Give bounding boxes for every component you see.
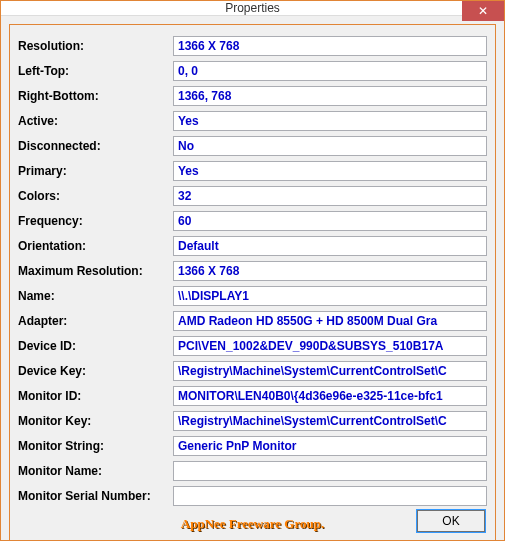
property-label: Monitor String: — [18, 439, 173, 453]
property-label: Active: — [18, 114, 173, 128]
close-icon: ✕ — [478, 4, 488, 18]
property-label: Monitor Name: — [18, 464, 173, 478]
property-value[interactable] — [173, 261, 487, 281]
property-row: Device ID: — [18, 335, 487, 357]
property-value[interactable] — [173, 161, 487, 181]
properties-panel: Resolution:Left-Top:Right-Bottom:Active:… — [9, 24, 496, 541]
property-value[interactable] — [173, 186, 487, 206]
property-label: Left-Top: — [18, 64, 173, 78]
property-value[interactable] — [173, 336, 487, 356]
property-value[interactable] — [173, 461, 487, 481]
property-row: Monitor String: — [18, 435, 487, 457]
window-title: Properties — [225, 1, 280, 15]
property-value[interactable] — [173, 411, 487, 431]
properties-list: Resolution:Left-Top:Right-Bottom:Active:… — [18, 35, 487, 510]
property-row: Orientation: — [18, 235, 487, 257]
branding-text: AppNee Freeware Group. — [181, 516, 324, 532]
property-row: Maximum Resolution: — [18, 260, 487, 282]
property-label: Monitor ID: — [18, 389, 173, 403]
property-label: Orientation: — [18, 239, 173, 253]
property-value[interactable] — [173, 286, 487, 306]
property-row: Monitor ID: — [18, 385, 487, 407]
property-row: Name: — [18, 285, 487, 307]
property-row: Monitor Serial Number: — [18, 485, 487, 507]
property-label: Monitor Serial Number: — [18, 489, 173, 503]
content-area: Resolution:Left-Top:Right-Bottom:Active:… — [1, 16, 504, 541]
property-row: Monitor Key: — [18, 410, 487, 432]
property-row: Frequency: — [18, 210, 487, 232]
ok-button[interactable]: OK — [417, 510, 485, 532]
property-row: Adapter: — [18, 310, 487, 332]
property-value[interactable] — [173, 361, 487, 381]
property-row: Resolution: — [18, 35, 487, 57]
property-value[interactable] — [173, 136, 487, 156]
property-value[interactable] — [173, 236, 487, 256]
titlebar: Properties ✕ — [1, 1, 504, 16]
property-row: Device Key: — [18, 360, 487, 382]
property-row: Disconnected: — [18, 135, 487, 157]
close-button[interactable]: ✕ — [462, 1, 504, 21]
properties-window: Properties ✕ Resolution:Left-Top:Right-B… — [0, 0, 505, 541]
property-value[interactable] — [173, 111, 487, 131]
property-label: Name: — [18, 289, 173, 303]
property-value[interactable] — [173, 311, 487, 331]
property-label: Device ID: — [18, 339, 173, 353]
property-row: Primary: — [18, 160, 487, 182]
property-value[interactable] — [173, 86, 487, 106]
property-label: Device Key: — [18, 364, 173, 378]
property-label: Colors: — [18, 189, 173, 203]
property-row: Monitor Name: — [18, 460, 487, 482]
property-value[interactable] — [173, 386, 487, 406]
property-label: Disconnected: — [18, 139, 173, 153]
property-label: Maximum Resolution: — [18, 264, 173, 278]
property-label: Monitor Key: — [18, 414, 173, 428]
property-value[interactable] — [173, 436, 487, 456]
property-row: Active: — [18, 110, 487, 132]
property-value[interactable] — [173, 61, 487, 81]
property-label: Frequency: — [18, 214, 173, 228]
property-value[interactable] — [173, 211, 487, 231]
property-row: Right-Bottom: — [18, 85, 487, 107]
footer-bar: AppNee Freeware Group. OK — [18, 510, 487, 532]
property-label: Primary: — [18, 164, 173, 178]
property-label: Adapter: — [18, 314, 173, 328]
property-label: Resolution: — [18, 39, 173, 53]
property-value[interactable] — [173, 36, 487, 56]
property-label: Right-Bottom: — [18, 89, 173, 103]
property-row: Left-Top: — [18, 60, 487, 82]
property-value[interactable] — [173, 486, 487, 506]
property-row: Colors: — [18, 185, 487, 207]
